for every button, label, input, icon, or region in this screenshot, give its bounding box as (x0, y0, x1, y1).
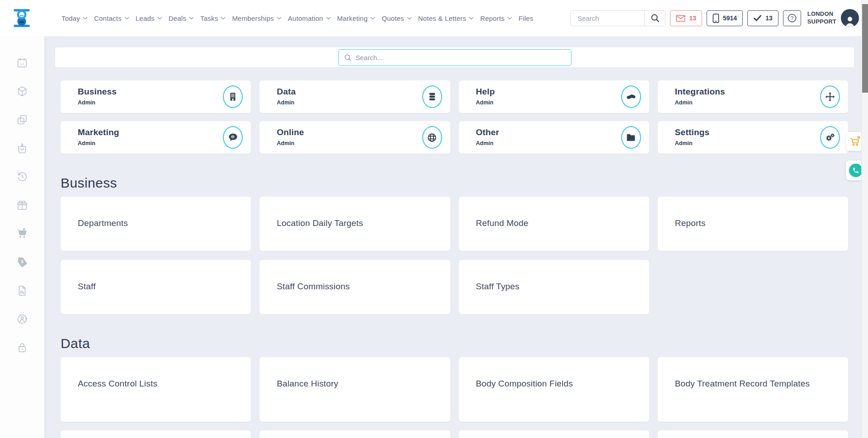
nav-label: Memberships (232, 14, 274, 22)
main-navigation: Today Contacts Leads Deals Tasks Members… (61, 14, 533, 22)
nav-item-deals[interactable]: Deals (169, 14, 194, 22)
lock-icon[interactable] (16, 342, 28, 353)
phone-circle (849, 164, 863, 177)
search-icon (651, 14, 660, 23)
section-title-business: Business (61, 175, 868, 191)
gears-icon (820, 126, 840, 149)
admin-search (338, 49, 571, 66)
nav-item-leads[interactable]: Leads (136, 14, 162, 22)
check-icon (753, 14, 762, 22)
gift-icon[interactable] (16, 199, 28, 211)
order-bag-icon[interactable] (16, 142, 28, 154)
card-label: Staff Commissions (277, 281, 436, 292)
card-partial[interactable] (259, 430, 450, 438)
card-reports[interactable]: Reports (658, 197, 848, 251)
nav-item-today[interactable]: Today (61, 14, 88, 22)
hourglass-logo-icon[interactable] (12, 7, 32, 29)
chevron-down-icon (124, 17, 129, 20)
comment-dollar-icon: $ (223, 126, 243, 149)
card-partial[interactable] (658, 430, 848, 438)
mobile-phone-icon (712, 14, 719, 23)
nav-label: Tasks (200, 14, 218, 22)
phone-badge[interactable]: 5914 (707, 10, 743, 26)
nav-label: Files (519, 14, 533, 22)
globe-icon (422, 126, 442, 149)
card-body-treatment-record-templates[interactable]: Body Treatment Record Templates (658, 357, 848, 422)
card-label: Refund Mode (476, 217, 636, 229)
card-label: Body Treatment Record Templates (675, 378, 835, 390)
cart-icon[interactable] (16, 228, 28, 240)
chevron-down-icon (370, 17, 375, 20)
card-partial[interactable] (61, 430, 251, 438)
category-card-marketing[interactable]: Marketing Admin $ (61, 121, 251, 154)
svg-text:$: $ (232, 135, 234, 138)
nav-label: Notes & Letters (418, 14, 466, 22)
mail-badge[interactable]: 13 (670, 10, 702, 26)
help-button[interactable]: ? (783, 10, 801, 26)
nav-label: Today (61, 14, 80, 22)
category-card-other[interactable]: Other Admin (459, 121, 649, 154)
nav-item-notes-letters[interactable]: Notes & Letters (418, 14, 474, 22)
card-balance-history[interactable]: Balance History (259, 357, 450, 422)
mail-count: 13 (689, 14, 696, 22)
admin-search-input[interactable] (356, 54, 566, 61)
card-staff[interactable]: Staff (61, 260, 251, 314)
data-card-grid-row2 (61, 430, 848, 438)
top-bar: Today Contacts Leads Deals Tasks Members… (0, 0, 868, 36)
data-card-grid: Access Control Lists Balance History Bod… (61, 357, 848, 422)
category-card-integrations[interactable]: Integrations Admin (658, 80, 848, 113)
category-card-settings[interactable]: Settings Admin (658, 121, 848, 154)
chevron-down-icon (326, 17, 331, 20)
card-staff-types[interactable]: Staff Types (459, 260, 649, 314)
avatar[interactable] (841, 9, 859, 27)
card-staff-commissions[interactable]: Staff Commissions (259, 260, 450, 314)
move-arrows-icon (820, 85, 840, 108)
category-grid: Business Admin Data Admin Help Admin Int… (61, 80, 848, 154)
chevron-down-icon (157, 17, 162, 20)
card-label: Staff (78, 281, 237, 292)
nav-label: Automation (288, 14, 323, 22)
nav-item-reports[interactable]: Reports (480, 14, 512, 22)
phone-icon (852, 167, 859, 174)
copy-icon[interactable] (16, 114, 28, 126)
history-icon[interactable] (16, 171, 28, 183)
question-icon: ? (787, 13, 797, 23)
person-icon (843, 14, 857, 27)
account-sync-icon[interactable] (16, 313, 28, 325)
card-access-control-lists[interactable]: Access Control Lists (61, 357, 251, 422)
nav-item-automation[interactable]: Automation (288, 14, 331, 22)
chevron-down-icon (83, 17, 88, 20)
left-sidebar: 12 $ (0, 36, 44, 438)
scrollbar-thumb[interactable] (862, 4, 868, 93)
card-location-daily-targets[interactable]: Location Daily Targets (259, 197, 450, 251)
card-refund-mode[interactable]: Refund Mode (459, 197, 649, 251)
global-search-input[interactable] (571, 11, 644, 26)
nav-item-quotes[interactable]: Quotes (382, 14, 412, 22)
nav-item-files[interactable]: Files (519, 14, 533, 22)
mail-icon (676, 15, 685, 22)
price-tag-icon[interactable]: $ (16, 256, 28, 268)
tasks-badge[interactable]: 13 (747, 10, 778, 26)
category-card-business[interactable]: Business Admin (61, 80, 251, 113)
cube-icon[interactable] (16, 85, 28, 97)
nav-item-marketing[interactable]: Marketing (337, 14, 376, 22)
nav-item-memberships[interactable]: Memberships (232, 14, 281, 22)
search-submit-button[interactable] (644, 11, 665, 26)
report-document-icon[interactable] (16, 285, 28, 297)
category-card-online[interactable]: Online Admin (259, 121, 450, 154)
calendar-icon[interactable]: 12 (16, 57, 28, 69)
card-body-composition-fields[interactable]: Body Composition Fields (459, 357, 649, 422)
user-name: LONDON SUPPORT (807, 10, 836, 26)
nav-item-contacts[interactable]: Contacts (94, 14, 129, 22)
category-card-help[interactable]: Help Admin (459, 80, 649, 113)
database-icon (422, 85, 442, 108)
svg-text:12: 12 (20, 62, 24, 66)
nav-item-tasks[interactable]: Tasks (200, 14, 226, 22)
card-departments[interactable]: Departments (61, 197, 251, 251)
card-partial[interactable] (459, 430, 649, 438)
chevron-down-icon (407, 17, 412, 20)
tasks-count: 13 (765, 14, 773, 22)
category-card-data[interactable]: Data Admin (259, 80, 450, 113)
nav-label: Quotes (382, 14, 404, 22)
page-scrollbar[interactable] (861, 0, 868, 438)
